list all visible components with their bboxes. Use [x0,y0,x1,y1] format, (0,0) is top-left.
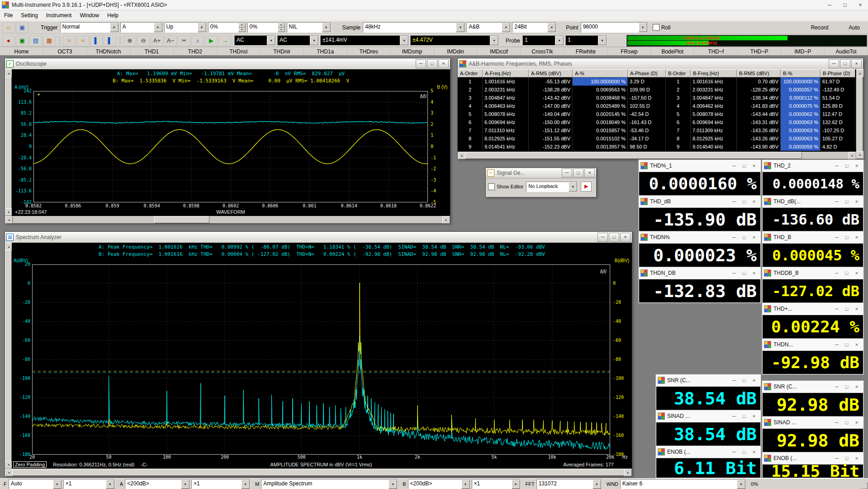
table-cell[interactable]: 9.014540 kHz [691,143,737,151]
level-meter-a-icon[interactable]: ▌ [90,35,103,46]
spectrum-analyzer-icon[interactable]: ▤ [29,35,42,46]
spin-up-icon[interactable]: ▴ [278,23,285,28]
table-cell[interactable]: -132.49 D [821,86,855,94]
table-cell[interactable]: -107.25 D [821,126,855,134]
resize-grip[interactable] [861,482,868,489]
table-cell[interactable]: 0.0018049 % [573,118,628,126]
table-cell[interactable]: 8 [666,134,691,143]
table-cell[interactable]: 0.0000112 % [781,94,821,102]
table-cell[interactable]: -151.12 dBV [529,126,573,134]
scrollbar-thumb[interactable] [5,77,12,209]
table-cell[interactable]: 2 [666,86,691,94]
minimize-button[interactable]: ─ [729,270,739,276]
dropdown-arrow-icon[interactable]: ▾ [502,23,510,32]
coupling-a-select[interactable]: AC ▾ [234,35,276,46]
table-cell[interactable]: -53.46 D [628,126,666,134]
spectrum-titlebar[interactable]: ▥ Spectrum Analyzer ─ □ × [5,232,632,243]
scrollbar-thumb[interactable] [856,77,863,152]
minimize-button[interactable]: ─ [832,455,842,461]
meter-titlebar[interactable]: THD%_1─□× [639,160,761,172]
oscilloscope-titlebar[interactable]: ✓ Oscilloscope ─ □ × [5,58,450,70]
table-cell[interactable]: -161.43 D [628,118,666,126]
scroll-right-icon[interactable]: ▸ [849,152,856,159]
b-range-select[interactable]: <200dB> ▾ [408,479,470,489]
minimize-button[interactable]: ─ [832,235,842,240]
table-row[interactable]: 11.001616 kHz-55.13 dBV100.0000000 %3.29… [458,77,856,86]
meter-titlebar[interactable]: THDDB_B─□× [762,267,863,279]
table-cell[interactable]: 0.0000075 % [781,102,821,110]
table-cell[interactable]: -141.83 dBV [737,102,781,110]
app-maximize-button[interactable]: □ [837,2,853,8]
dropdown-arrow-icon[interactable]: ▾ [154,23,162,32]
table-cell[interactable]: -143.42 dBV [529,94,573,102]
table-cell[interactable]: 2 [458,86,483,94]
table-cell[interactable]: -152.23 dBV [529,143,573,151]
table-cell[interactable]: 0.0020145 % [573,110,628,118]
a-zoom-select[interactable]: ×1 ▾ [191,479,250,489]
menu-file[interactable]: File [0,10,17,20]
scope-vertical-scrollbar[interactable]: ▴ ▾ [5,69,12,216]
table-cell[interactable]: 0.0000059 % [781,143,821,151]
table-cell[interactable]: -149.04 dBV [529,110,573,118]
dropdown-arrow-icon[interactable]: ▾ [389,479,397,489]
maximize-button[interactable]: □ [427,59,437,68]
dropdown-arrow-icon[interactable]: ▾ [547,23,556,32]
table-cell[interactable]: 0.0000063 % [781,126,821,134]
scroll-left-icon[interactable]: ◂ [5,216,13,224]
minimize-button[interactable]: ─ [829,59,839,68]
open-icon[interactable]: ▱ [2,22,15,33]
maximize-button[interactable]: □ [609,233,619,242]
a-range-select[interactable]: <200dB> ▾ [125,479,190,489]
table-cell[interactable]: -128.25 dBV [737,86,781,94]
table-cell[interactable]: -147.00 dBV [529,102,573,110]
spin-down-icon[interactable]: ▾ [238,28,246,33]
table-cell[interactable]: 1.001616 kHz [691,77,737,86]
close-button[interactable]: × [852,384,862,389]
maximize-button[interactable]: □ [842,342,852,347]
auto-button[interactable]: Auto [849,24,860,31]
table-cell[interactable]: 7.011309 kHz [691,126,737,134]
minimize-button[interactable]: ─ [729,163,739,168]
table-row[interactable]: 77.011310 kHz-151.12 dBV0.0015857 %-53.4… [458,126,856,134]
meter-titlebar[interactable]: SINAD ...─□× [656,410,761,422]
menu-instrument[interactable]: Instrument [42,10,76,20]
app-close-button[interactable]: × [853,2,868,8]
column-header[interactable]: B-Phase (D) [821,69,855,77]
column-header[interactable]: A-Phase (D) [628,69,666,77]
sound-icon[interactable]: ♪ [191,35,204,46]
table-cell[interactable]: 9 [458,143,483,151]
menu-help[interactable]: Help [103,10,123,20]
table-cell[interactable]: 7 [458,126,483,134]
close-button[interactable]: × [852,342,862,347]
maximize-button[interactable]: □ [739,378,749,383]
coupling-b-select[interactable]: AC ▾ [277,35,319,46]
dropdown-arrow-icon[interactable]: ▾ [106,479,114,489]
dropdown-arrow-icon[interactable]: ▾ [555,36,564,45]
table-cell[interactable]: -150.00 dBV [529,118,573,126]
meter-titlebar[interactable]: THDN_DB─□× [639,267,761,279]
table-cell[interactable]: 3.004847 kHz [691,94,737,102]
spin-down-icon[interactable]: ▾ [278,28,285,33]
scroll-down-icon[interactable]: ▾ [856,151,864,159]
table-cell[interactable]: 5 [666,110,691,118]
dropdown-arrow-icon[interactable]: ▾ [569,182,577,192]
table-cell[interactable]: -143.44 dBV [737,110,781,118]
table-row[interactable]: 55.008078 kHz-149.04 dBV0.0020145 %-42.5… [458,110,856,118]
table-cell[interactable]: 109.99 D [628,86,666,94]
harmonics-titlebar[interactable]: A&B-Harmonic Frequencies, RMS, Phases ─ … [458,58,863,70]
column-header[interactable]: A-% [573,69,628,77]
dropdown-arrow-icon[interactable]: ▾ [267,36,275,45]
dropdown-arrow-icon[interactable]: ▾ [241,479,250,489]
meter-titlebar[interactable]: THDN...─□× [762,339,863,351]
maximize-button[interactable]: □ [573,168,583,177]
minimize-button[interactable]: ─ [729,413,739,419]
table-cell[interactable]: 2.003231 kHz [691,86,737,94]
dropdown-arrow-icon[interactable]: ▾ [598,36,607,45]
scroll-left-icon[interactable]: ◂ [5,469,13,476]
play-icon[interactable]: ▶ [205,35,218,46]
table-cell[interactable]: 102.55 D [628,102,666,110]
minimize-button[interactable]: ─ [562,168,572,177]
probe-a-select[interactable]: 1 ▾ [522,35,564,46]
scale-up-icon[interactable]: A+ [151,35,163,46]
maximize-button[interactable]: □ [842,306,852,312]
